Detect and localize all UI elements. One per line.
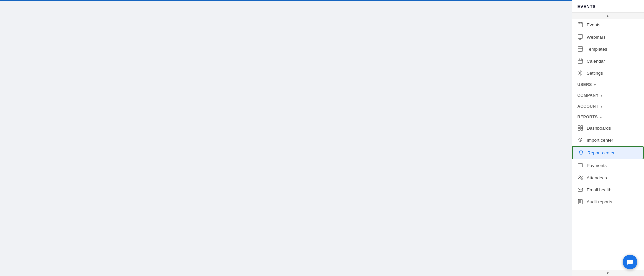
- svg-rect-0: [578, 23, 583, 27]
- svg-point-23: [579, 176, 581, 178]
- svg-point-24: [581, 176, 582, 177]
- company-section-label: COMPANY: [577, 93, 599, 98]
- company-chevron-icon: ▾: [601, 94, 603, 97]
- sidebar-item-label-webinars: Webinars: [587, 34, 606, 40]
- reports-chevron-icon: ▴: [600, 115, 602, 119]
- sidebar-section-reports[interactable]: REPORTS ▴: [572, 111, 644, 122]
- account-chevron-icon: ▾: [601, 105, 603, 108]
- sidebar-section-users[interactable]: USERS ▾: [572, 79, 644, 90]
- svg-rect-15: [578, 126, 580, 128]
- sidebar-item-calendar[interactable]: Calendar: [572, 55, 644, 67]
- sidebar-item-label-templates: Templates: [587, 47, 607, 52]
- svg-rect-17: [578, 128, 580, 130]
- sidebar-header: EVENTS: [572, 0, 644, 13]
- svg-point-14: [580, 72, 581, 74]
- email-health-icon: [577, 187, 583, 193]
- svg-rect-7: [578, 47, 583, 51]
- webinars-icon: [577, 34, 583, 40]
- sidebar-item-templates[interactable]: Templates: [572, 43, 644, 55]
- sidebar-section-company[interactable]: COMPANY ▾: [572, 90, 644, 100]
- sidebar-item-label-email-health: Email health: [587, 187, 611, 192]
- sidebar-item-label-import-center: Import center: [587, 138, 613, 143]
- sidebar-item-email-health[interactable]: Email health: [572, 184, 644, 196]
- sidebar-item-label-audit-reports: Audit reports: [587, 199, 612, 204]
- settings-icon: [577, 70, 583, 76]
- svg-rect-10: [578, 59, 583, 63]
- payments-icon: [577, 162, 583, 168]
- sidebar-item-attendees[interactable]: Attendees: [572, 171, 644, 184]
- users-chevron-icon: ▾: [594, 83, 596, 87]
- svg-rect-16: [581, 126, 583, 128]
- sidebar-item-label-payments: Payments: [587, 163, 607, 168]
- sidebar-section-account[interactable]: ACCOUNT ▾: [572, 100, 644, 111]
- sidebar-item-webinars[interactable]: Webinars: [572, 31, 644, 43]
- svg-rect-25: [578, 188, 583, 191]
- sidebar-item-label-report-center: Report center: [587, 150, 615, 155]
- chat-bubble[interactable]: [623, 255, 637, 269]
- sidebar-scroll: Events Webinars Templates Calendar Setti: [572, 19, 644, 270]
- sidebar-item-settings[interactable]: Settings: [572, 67, 644, 79]
- sidebar-item-label-events: Events: [587, 22, 600, 27]
- sidebar-item-import-center[interactable]: Import center: [572, 134, 644, 146]
- users-section-label: USERS: [577, 82, 592, 87]
- calendar-icon: [577, 58, 583, 64]
- sidebar-item-label-settings: Settings: [587, 71, 603, 76]
- attendees-icon: [577, 175, 583, 181]
- dashboards-icon: [577, 125, 583, 131]
- sidebar-item-payments[interactable]: Payments: [572, 159, 644, 171]
- sidebar-item-events[interactable]: Events: [572, 19, 644, 31]
- audit-reports-icon: [577, 199, 583, 205]
- sidebar-item-report-center[interactable]: Report center: [572, 146, 644, 159]
- events-icon: [577, 22, 583, 28]
- scroll-down-arrow[interactable]: ▼: [572, 270, 644, 276]
- account-section-label: ACCOUNT: [577, 104, 599, 109]
- scroll-up-arrow[interactable]: ▲: [572, 13, 644, 19]
- sidebar: EVENTS ▲ Events Webinars Templates: [572, 0, 644, 276]
- templates-icon: [577, 46, 583, 52]
- report-center-icon: [578, 150, 584, 156]
- svg-rect-18: [581, 128, 583, 130]
- sidebar-item-label-attendees: Attendees: [587, 175, 607, 180]
- svg-rect-4: [578, 35, 583, 38]
- svg-rect-21: [578, 164, 583, 167]
- sidebar-item-label-calendar: Calendar: [587, 59, 605, 64]
- sidebar-item-audit-reports[interactable]: Audit reports: [572, 196, 644, 208]
- reports-section-label: REPORTS: [577, 115, 598, 119]
- top-bar: [0, 0, 572, 1]
- import-center-icon: [577, 137, 583, 143]
- sidebar-item-label-dashboards: Dashboards: [587, 126, 611, 131]
- sidebar-item-dashboards[interactable]: Dashboards: [572, 122, 644, 134]
